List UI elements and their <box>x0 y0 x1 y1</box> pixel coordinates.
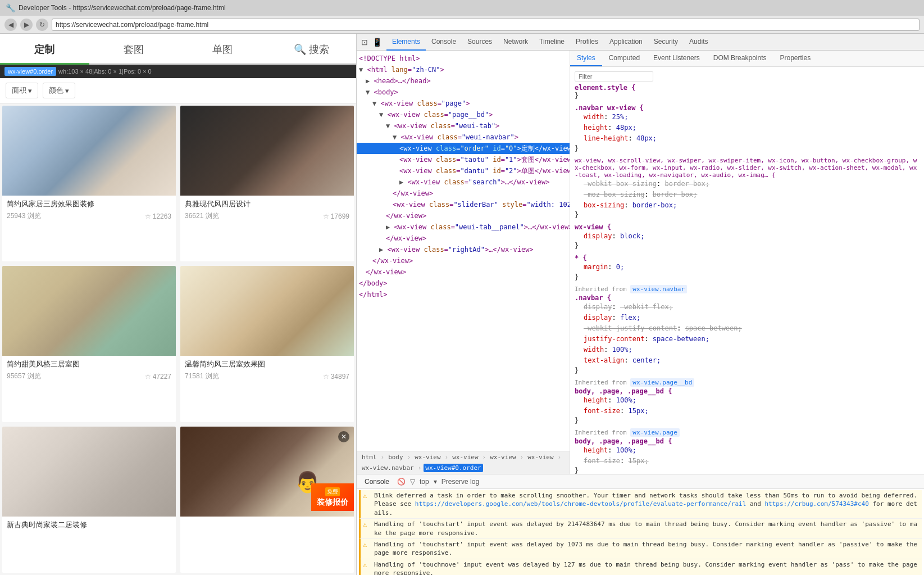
tree-line[interactable]: </wx-view> <box>357 255 570 266</box>
tab-search[interactable]: 🔍 搜索 <box>267 34 357 63</box>
tree-line[interactable]: ▼ <html lang="zh-CN"> <box>357 64 570 75</box>
tab-dingzhi[interactable]: 定制 <box>0 34 89 63</box>
address-bar[interactable] <box>52 19 920 31</box>
css-prop: justify-content: space-between; <box>575 334 920 345</box>
dropdown-icon[interactable]: ▾ <box>434 478 437 486</box>
console-tab-label[interactable]: Console <box>361 478 393 486</box>
tree-line[interactable]: </wx-view> <box>357 233 570 244</box>
tab-network[interactable]: Network <box>498 34 534 51</box>
tab-profiles[interactable]: Profiles <box>570 34 604 51</box>
breadcrumb-wx4[interactable]: wx-view <box>526 453 555 461</box>
css-prop: margin: 0; <box>575 262 920 273</box>
filter-icon[interactable]: ▽ <box>410 478 415 486</box>
breadcrumb-body[interactable]: body <box>386 453 405 461</box>
tree-line[interactable]: ▼ <wx-view class="page__bd"> <box>357 109 570 120</box>
tree-line[interactable]: <wx-view class="dantu" id="2">单图</wx-vie… <box>357 165 570 176</box>
list-item[interactable]: ✕ 👨 免费 装修报价 <box>180 427 354 573</box>
css-prop: height: 100%; <box>575 395 920 406</box>
breadcrumb-wx1[interactable]: wx-view <box>413 453 442 461</box>
item-image <box>180 266 354 356</box>
tab-elements[interactable]: Elements <box>386 34 426 51</box>
tree-line[interactable]: ▶ <head>…</head> <box>357 75 570 87</box>
wechat-tabs: 定制 套图 单图 🔍 搜索 <box>0 34 356 65</box>
inspect-icon[interactable]: ⊡ <box>361 38 368 47</box>
css-prop: height: 100%; <box>575 445 920 456</box>
css-close: } <box>575 92 920 99</box>
inherited-label: Inherited from wx-view.page__bd <box>575 379 920 386</box>
list-item[interactable]: 简约甜美风格三居室图 95657 浏览 ☆ 47227 <box>2 266 176 422</box>
css-prop: line-height: 48px; <box>575 133 920 144</box>
tab-properties[interactable]: Properties <box>773 51 817 66</box>
devtools-tab-bar: ⊡ 📱 Elements Console Sources Network Tim… <box>357 34 924 51</box>
view-count: 95657 浏览 <box>7 372 41 381</box>
css-prop: box-sizing: border-box; <box>575 200 920 211</box>
tree-line[interactable]: <wx-view class="sliderBar" style="width:… <box>357 199 570 210</box>
tab-dantu[interactable]: 单图 <box>178 34 267 63</box>
tree-line[interactable]: <wx-view class="taotu" id="1">套图</wx-vie… <box>357 154 570 165</box>
tree-line[interactable]: </wx-view> <box>357 188 570 199</box>
area-filter-button[interactable]: 面积 ▾ <box>6 83 38 98</box>
tree-line[interactable]: </wx-view> <box>357 266 570 278</box>
close-icon[interactable]: ✕ <box>338 431 349 442</box>
css-section: wx-view { display: block; } <box>575 223 920 250</box>
refresh-button[interactable]: ↻ <box>36 19 48 31</box>
tab-event-listeners[interactable]: Event Listeners <box>647 51 707 66</box>
console-message: ⚠ Handling of 'touchstart' input event w… <box>359 539 922 559</box>
breadcrumb-wx2[interactable]: wx-view <box>450 453 480 461</box>
tab-dom-breakpoints[interactable]: DOM Breakpoints <box>707 51 773 66</box>
list-item[interactable]: 新古典时尚家装二居装修 <box>2 427 176 573</box>
tree-line-selected[interactable]: <wx-view class="order" id="0">定制</wx-vie… <box>357 143 570 154</box>
breadcrumb-navbar[interactable]: wx-view.navbar <box>360 464 416 472</box>
breadcrumb-html[interactable]: html <box>360 453 379 461</box>
item-info: 简约风家居三房效果图装修 25943 浏览 ☆ 12263 <box>2 196 176 224</box>
elements-panel: <!DOCTYPE html> ▼ <html lang="zh-CN"> ▶ … <box>357 51 570 474</box>
forward-button[interactable]: ▶ <box>20 19 33 31</box>
view-count: 36621 浏览 <box>185 211 219 221</box>
tree-line[interactable]: </wx-view> <box>357 210 570 221</box>
star-icon: ☆ <box>145 373 151 381</box>
breadcrumb-wx3[interactable]: wx-view <box>488 453 517 461</box>
device-icon[interactable]: 📱 <box>372 38 382 47</box>
css-section-inherited: Inherited from wx-view.page body, .page,… <box>575 429 920 474</box>
item-stats: 25943 浏览 ☆ 12263 <box>7 211 171 221</box>
tree-line[interactable]: ▶ <wx-view class="rightAd">…</wx-view> <box>357 244 570 255</box>
item-info: 典雅现代风四居设计 36621 浏览 ☆ 17699 <box>180 196 354 224</box>
breadcrumb-selected[interactable]: wx-view#0.order <box>424 464 483 472</box>
tree-line[interactable]: </html> <box>357 289 570 300</box>
tree-line[interactable]: ▼ <wx-view class="weui-navbar"> <box>357 132 570 143</box>
styles-filter-input[interactable] <box>575 71 653 82</box>
tab-sources[interactable]: Sources <box>462 34 498 51</box>
tab-styles[interactable]: Styles <box>570 51 602 66</box>
main-area: 定制 套图 单图 🔍 搜索 wx-view#0.order wh:103 × 4… <box>0 34 924 575</box>
tree-line[interactable]: ▶ <wx-view class="search">…</wx-view> <box>357 176 570 188</box>
dom-tree[interactable]: <!DOCTYPE html> ▼ <html lang="zh-CN"> ▶ … <box>357 51 570 451</box>
selected-element-label: wx-view#0.order <box>4 67 56 76</box>
tab-taotu[interactable]: 套图 <box>89 34 179 63</box>
list-item[interactable]: 简约风家居三房效果图装修 25943 浏览 ☆ 12263 <box>2 106 176 261</box>
console-text: Handling of 'touchstart' input event was… <box>374 520 920 537</box>
css-section: wx-view, wx-scroll-view, wx-swiper, wx-s… <box>575 157 920 219</box>
tree-line[interactable]: ▼ <wx-view class="page"> <box>357 98 570 109</box>
tab-audits[interactable]: Audits <box>684 34 713 51</box>
promo-text: 装修报价 <box>317 497 348 508</box>
tab-security[interactable]: Security <box>648 34 684 51</box>
tab-console[interactable]: Console <box>426 34 462 51</box>
tree-line[interactable]: ▼ <wx-view class="weui-tab"> <box>357 120 570 132</box>
element-breadcrumb: html › body › wx-view › wx-view › wx-vie… <box>357 451 570 474</box>
tree-line[interactable]: ▼ <body> <box>357 87 570 98</box>
color-filter-button[interactable]: 颜色 ▾ <box>43 83 75 98</box>
css-prop: text-align: center; <box>575 355 920 366</box>
tab-application[interactable]: Application <box>604 34 648 51</box>
tab-timeline[interactable]: Timeline <box>534 34 570 51</box>
list-item[interactable]: 温馨简约风三居室效果图 71581 浏览 ☆ 34897 <box>180 266 354 422</box>
tree-line[interactable]: ▶ <wx-view class="weui-tab__panel">…</wx… <box>357 221 570 233</box>
tree-line[interactable]: </body> <box>357 278 570 289</box>
tree-line[interactable]: <!DOCTYPE html> <box>357 53 570 64</box>
back-button[interactable]: ◀ <box>4 19 17 31</box>
wechat-panel: 定制 套图 单图 🔍 搜索 wx-view#0.order wh:103 × 4… <box>0 34 357 575</box>
list-item[interactable]: 典雅现代风四居设计 36621 浏览 ☆ 17699 <box>180 106 354 261</box>
devtools-panel: ⊡ 📱 Elements Console Sources Network Tim… <box>357 34 924 575</box>
clear-console-icon[interactable]: 🚫 <box>397 478 406 486</box>
css-close: } <box>575 467 920 474</box>
tab-computed[interactable]: Computed <box>602 51 647 66</box>
